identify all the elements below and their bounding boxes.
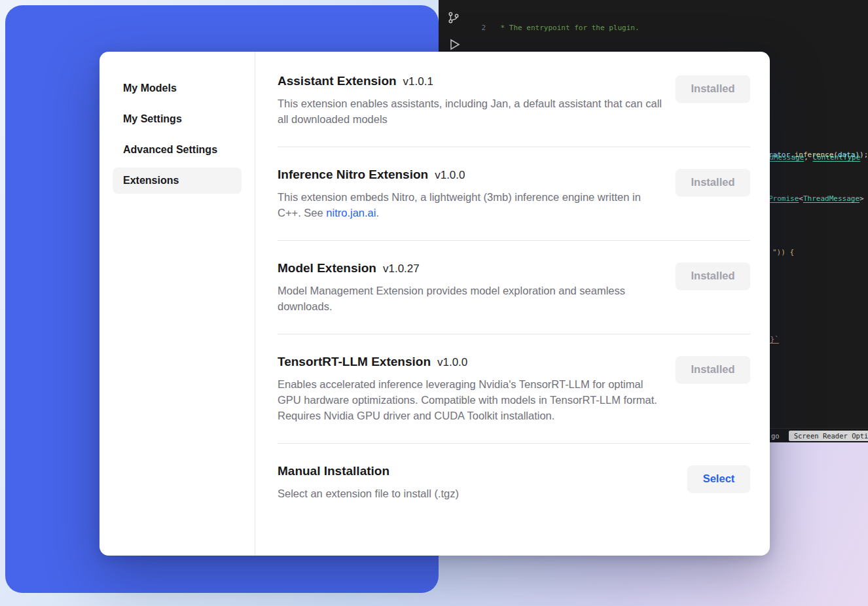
code-text: * The entrypoint for the plugin. (496, 23, 640, 34)
sidebar-item-my-models[interactable]: My Models (113, 75, 242, 101)
manual-installation-info: Manual Installation Select an extension … (278, 464, 664, 501)
manual-installation-row: Manual Installation Select an extension … (278, 444, 750, 501)
extension-description: This extension embeds Nitro, a lightweig… (278, 189, 664, 221)
extension-version: v1.0.1 (403, 75, 433, 88)
extension-row-tensorrt-llm: TensortRT-LLM Extensionv1.0.0 Enables ac… (278, 334, 750, 444)
extension-row-inference-nitro: Inference Nitro Extensionv1.0.0 This ext… (278, 147, 750, 241)
settings-sidebar: My Models My Settings Advanced Settings … (99, 52, 255, 556)
installed-button[interactable]: Installed (676, 356, 750, 383)
sidebar-item-extensions[interactable]: Extensions (113, 168, 242, 194)
extension-info: TensortRT-LLM Extensionv1.0.0 Enables ac… (278, 355, 664, 423)
extension-title: Model Extension (278, 261, 376, 275)
extension-version: v1.0.0 (435, 169, 465, 181)
line-number: 2 (469, 23, 496, 34)
sidebar-item-advanced-settings[interactable]: Advanced Settings (113, 137, 242, 163)
run-debug-icon[interactable] (446, 37, 462, 52)
extension-title: TensortRT-LLM Extension (278, 355, 431, 368)
source-control-icon[interactable] (446, 10, 461, 25)
extension-version: v1.0.27 (383, 262, 420, 275)
installed-button[interactable]: Installed (676, 169, 750, 196)
extension-description: Enables accelerated inference leveraging… (278, 376, 664, 423)
extension-description: Model Management Extension provides mode… (278, 283, 664, 314)
installed-button[interactable]: Installed (676, 75, 750, 102)
status-text: go (771, 432, 780, 440)
extension-info: Model Extensionv1.0.27 Model Management … (278, 261, 664, 314)
nitro-jan-ai-link[interactable]: nitro.jan.ai (326, 207, 376, 219)
sidebar-item-my-settings[interactable]: My Settings (113, 106, 242, 132)
extension-title: Inference Nitro Extension (278, 168, 428, 181)
manual-installation-title: Manual Installation (278, 464, 389, 478)
code-line: 2 * The entrypoint for the plugin. (469, 23, 868, 34)
extension-info: Assistant Extensionv1.0.1 This extension… (278, 74, 664, 127)
extensions-panel: Assistant Extensionv1.0.1 This extension… (255, 52, 770, 556)
extension-title: Assistant Extension (278, 74, 397, 88)
extension-version: v1.0.0 (437, 356, 467, 368)
installed-button[interactable]: Installed (676, 262, 750, 289)
extension-info: Inference Nitro Extensionv1.0.0 This ext… (278, 168, 664, 221)
code-fragment: rator.inference(data)); (769, 151, 868, 159)
select-file-button[interactable]: Select (687, 465, 750, 492)
screen-reader-chip[interactable]: Screen Reader Optimize (789, 431, 868, 441)
code-fragment: ")) { (772, 248, 794, 257)
extension-row-assistant: Assistant Extensionv1.0.1 This extension… (278, 71, 750, 147)
extension-description: This extension enables assistants, inclu… (278, 96, 664, 127)
manual-installation-description: Select an extension file to install (.tg… (278, 486, 664, 501)
extension-row-model: Model Extensionv1.0.27 Model Management … (278, 241, 750, 334)
code-fragment: Promise<ThreadMessage> (769, 194, 864, 203)
settings-modal: My Models My Settings Advanced Settings … (99, 52, 770, 556)
